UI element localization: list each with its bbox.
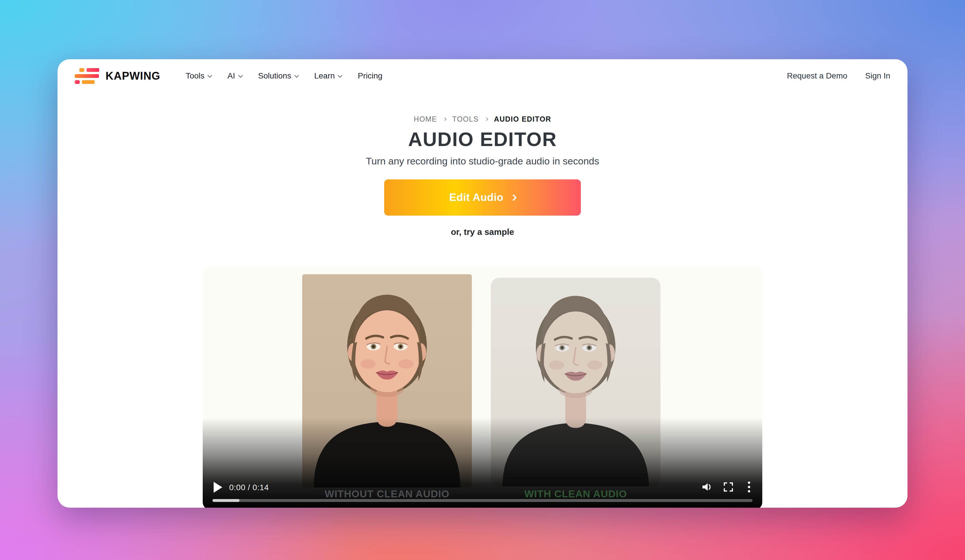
breadcrumb-current: AUDIO EDITOR bbox=[494, 115, 551, 123]
edit-audio-button-label: Edit Audio bbox=[449, 191, 504, 204]
request-demo-link[interactable]: Request a Demo bbox=[787, 71, 847, 80]
fullscreen-button[interactable] bbox=[722, 481, 735, 493]
nav-item-learn[interactable]: Learn bbox=[314, 71, 341, 80]
video-progress-bar[interactable] bbox=[213, 499, 752, 502]
video-time-display: 0:00 / 0:14 bbox=[229, 483, 269, 492]
nav-item-ai[interactable]: AI bbox=[227, 71, 241, 80]
video-controls-gradient bbox=[203, 418, 762, 508]
nav-label: Pricing bbox=[358, 71, 383, 80]
nav-item-solutions[interactable]: Solutions bbox=[258, 71, 298, 80]
label-with-clean-audio: WITH CLEAN AUDIO bbox=[491, 488, 661, 500]
breadcrumb-tools[interactable]: TOOLS bbox=[452, 115, 479, 123]
nav-item-tools[interactable]: Tools bbox=[186, 71, 211, 80]
chevron-down-icon bbox=[238, 73, 243, 78]
nav-label: Tools bbox=[186, 71, 204, 80]
logo-text: KAPWING bbox=[106, 70, 160, 82]
sample-video-player[interactable]: WITHOUT CLEAN AUDIO WITH CLEAN AUDIO 0:0… bbox=[203, 267, 762, 508]
main-content-card: KAPWING Tools AI Solutions Learn Pricing bbox=[57, 59, 908, 508]
main-nav: Tools AI Solutions Learn Pricing bbox=[186, 71, 383, 80]
breadcrumb: HOME TOOLS AUDIO EDITOR bbox=[414, 115, 551, 123]
kapwing-logo[interactable]: KAPWING bbox=[75, 68, 160, 84]
edit-audio-button[interactable]: Edit Audio bbox=[384, 180, 581, 216]
page-title: AUDIO EDITOR bbox=[408, 128, 557, 150]
chevron-right-icon bbox=[510, 194, 517, 201]
site-header: KAPWING Tools AI Solutions Learn Pricing bbox=[57, 59, 908, 93]
label-without-clean-audio: WITHOUT CLEAN AUDIO bbox=[302, 488, 472, 500]
play-button[interactable] bbox=[214, 482, 222, 493]
sign-in-link[interactable]: Sign In bbox=[865, 71, 890, 80]
try-sample-link[interactable]: or, try a sample bbox=[451, 227, 514, 237]
chevron-right-icon bbox=[484, 117, 488, 121]
breadcrumb-home[interactable]: HOME bbox=[414, 115, 437, 123]
chevron-right-icon bbox=[443, 117, 447, 121]
page-background: { "header": { "logo_text": "KAPWING", "n… bbox=[0, 0, 965, 560]
page-subtitle: Turn any recording into studio-grade aud… bbox=[366, 155, 599, 167]
hero-section: HOME TOOLS AUDIO EDITOR AUDIO EDITOR Tur… bbox=[57, 93, 908, 508]
chevron-down-icon bbox=[294, 73, 299, 78]
kapwing-brick-icon bbox=[75, 68, 99, 84]
nav-label: Solutions bbox=[258, 71, 291, 80]
header-actions: Request a Demo Sign In bbox=[787, 71, 890, 80]
more-options-button[interactable] bbox=[743, 481, 756, 493]
volume-button[interactable] bbox=[700, 481, 713, 493]
chevron-down-icon bbox=[338, 73, 342, 78]
nav-label: Learn bbox=[314, 71, 335, 80]
chevron-down-icon bbox=[208, 73, 212, 78]
nav-label: AI bbox=[227, 71, 235, 80]
nav-item-pricing[interactable]: Pricing bbox=[358, 71, 383, 80]
progress-buffered bbox=[213, 499, 239, 502]
